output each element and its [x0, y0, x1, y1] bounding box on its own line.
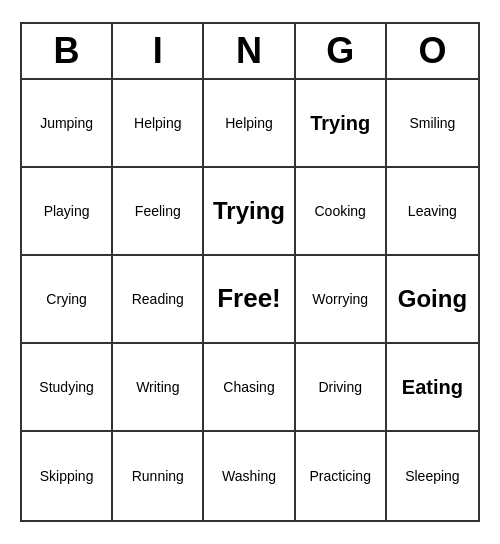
- bingo-cell-19: Eating: [387, 344, 478, 432]
- cell-text-13: Worrying: [312, 291, 368, 308]
- cell-text-20: Skipping: [40, 468, 94, 485]
- bingo-cell-12: Free!: [204, 256, 295, 344]
- bingo-cell-8: Cooking: [296, 168, 387, 256]
- bingo-cell-16: Writing: [113, 344, 204, 432]
- cell-text-8: Cooking: [315, 203, 366, 220]
- bingo-cell-24: Sleeping: [387, 432, 478, 520]
- bingo-cell-15: Studying: [22, 344, 113, 432]
- cell-text-11: Reading: [132, 291, 184, 308]
- cell-text-15: Studying: [39, 379, 93, 396]
- cell-text-21: Running: [132, 468, 184, 485]
- cell-text-7: Trying: [213, 197, 285, 226]
- cell-text-10: Crying: [46, 291, 86, 308]
- cell-text-12: Free!: [217, 283, 281, 314]
- bingo-cell-6: Feeling: [113, 168, 204, 256]
- bingo-cell-11: Reading: [113, 256, 204, 344]
- cell-text-0: Jumping: [40, 115, 93, 132]
- bingo-cell-17: Chasing: [204, 344, 295, 432]
- header-letter-i: I: [113, 24, 204, 78]
- bingo-cell-13: Worrying: [296, 256, 387, 344]
- cell-text-16: Writing: [136, 379, 179, 396]
- bingo-cell-22: Washing: [204, 432, 295, 520]
- bingo-cell-2: Helping: [204, 80, 295, 168]
- bingo-card: BINGO JumpingHelpingHelpingTryingSmiling…: [20, 22, 480, 522]
- cell-text-2: Helping: [225, 115, 272, 132]
- bingo-cell-14: Going: [387, 256, 478, 344]
- bingo-header: BINGO: [22, 24, 478, 80]
- bingo-cell-10: Crying: [22, 256, 113, 344]
- bingo-cell-5: Playing: [22, 168, 113, 256]
- cell-text-5: Playing: [44, 203, 90, 220]
- cell-text-18: Driving: [318, 379, 362, 396]
- header-letter-g: G: [296, 24, 387, 78]
- bingo-cell-0: Jumping: [22, 80, 113, 168]
- bingo-grid: JumpingHelpingHelpingTryingSmilingPlayin…: [22, 80, 478, 520]
- bingo-cell-21: Running: [113, 432, 204, 520]
- cell-text-17: Chasing: [223, 379, 274, 396]
- cell-text-23: Practicing: [309, 468, 370, 485]
- cell-text-4: Smiling: [409, 115, 455, 132]
- cell-text-6: Feeling: [135, 203, 181, 220]
- bingo-cell-18: Driving: [296, 344, 387, 432]
- bingo-cell-7: Trying: [204, 168, 295, 256]
- cell-text-3: Trying: [310, 111, 370, 135]
- cell-text-1: Helping: [134, 115, 181, 132]
- cell-text-24: Sleeping: [405, 468, 460, 485]
- cell-text-14: Going: [398, 285, 467, 314]
- cell-text-19: Eating: [402, 375, 463, 399]
- bingo-cell-20: Skipping: [22, 432, 113, 520]
- bingo-cell-23: Practicing: [296, 432, 387, 520]
- bingo-cell-9: Leaving: [387, 168, 478, 256]
- bingo-cell-1: Helping: [113, 80, 204, 168]
- bingo-cell-4: Smiling: [387, 80, 478, 168]
- header-letter-n: N: [204, 24, 295, 78]
- bingo-cell-3: Trying: [296, 80, 387, 168]
- cell-text-9: Leaving: [408, 203, 457, 220]
- cell-text-22: Washing: [222, 468, 276, 485]
- header-letter-b: B: [22, 24, 113, 78]
- header-letter-o: O: [387, 24, 478, 78]
